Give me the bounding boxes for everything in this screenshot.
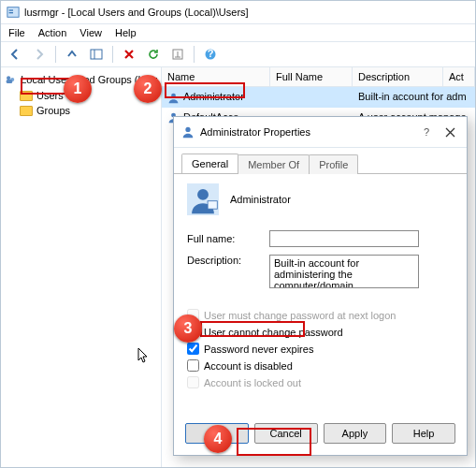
- menu-file[interactable]: File: [8, 27, 25, 38]
- menu-action[interactable]: Action: [38, 27, 67, 38]
- check-cannot-change-label: User cannot change password: [204, 327, 343, 338]
- checkbox-never-expires[interactable]: [187, 343, 199, 355]
- identity-name: Administrator: [230, 194, 291, 205]
- svg-rect-1: [9, 9, 13, 10]
- menu-help[interactable]: Help: [115, 27, 137, 38]
- tab-profile[interactable]: Profile: [309, 154, 358, 174]
- apply-button[interactable]: Apply: [324, 423, 387, 444]
- check-account-locked-label: Account is locked out: [204, 377, 301, 388]
- refresh-button[interactable]: [143, 44, 164, 65]
- delete-button[interactable]: [119, 44, 139, 65]
- toolbar-divider: [112, 46, 113, 63]
- tab-member-of[interactable]: Member Of: [238, 154, 310, 174]
- cursor-icon: [137, 347, 151, 364]
- user-icon: [181, 125, 195, 139]
- toolbar-divider: [55, 46, 56, 63]
- tree-item-groups[interactable]: Groups: [3, 103, 159, 118]
- annotation-4: 4: [204, 425, 232, 453]
- col-fullname[interactable]: Full Name: [270, 67, 353, 86]
- svg-point-13: [185, 127, 190, 132]
- row-fullname: [270, 89, 353, 106]
- fullname-input[interactable]: [269, 230, 419, 247]
- col-name[interactable]: Name: [162, 67, 270, 86]
- export-button[interactable]: [167, 44, 188, 65]
- check-never-expires[interactable]: Password never expires: [187, 343, 454, 355]
- identity-row: Administrator: [187, 183, 454, 215]
- annotation-1: 1: [64, 75, 92, 103]
- description-input[interactable]: Built-in account for administering the c…: [269, 255, 419, 288]
- checkbox-account-disabled[interactable]: [187, 359, 199, 372]
- tree-users-label: Users: [36, 90, 64, 101]
- help-button[interactable]: ?: [200, 44, 221, 65]
- dialog-title: Administrator Properties: [200, 126, 310, 138]
- folder-icon: [20, 106, 33, 116]
- cancel-button[interactable]: Cancel: [254, 423, 318, 444]
- tab-strip: General Member Of Profile: [174, 148, 467, 174]
- svg-point-11: [171, 93, 176, 97]
- toolbar-divider: [194, 46, 195, 63]
- nav-tree: Local Users and Groups (Local) Users Gro…: [1, 67, 162, 467]
- dialog-titlebar: Administrator Properties ?: [174, 117, 467, 148]
- check-account-disabled-label: Account is disabled: [204, 360, 293, 372]
- menu-bar: File Action View Help: [1, 24, 475, 42]
- svg-rect-10: [7, 80, 13, 83]
- window-title: lusrmgr - [Local Users and Groups (Local…: [24, 7, 249, 18]
- check-must-change-label: User must change password at next logon: [204, 310, 396, 321]
- svg-point-15: [197, 189, 209, 200]
- list-row-administrator[interactable]: Administrator Built-in account for adm: [162, 87, 475, 108]
- users-groups-icon: [5, 73, 17, 86]
- svg-rect-3: [91, 50, 102, 59]
- fullname-field: Full name:: [187, 230, 454, 247]
- user-icon: [167, 92, 180, 104]
- svg-rect-2: [9, 12, 13, 13]
- svg-rect-16: [208, 201, 217, 210]
- check-account-disabled[interactable]: Account is disabled: [187, 359, 454, 372]
- avatar-icon: [187, 183, 219, 215]
- checkbox-account-locked: [187, 376, 199, 388]
- window-split-icon[interactable]: [86, 44, 107, 65]
- annotation-3: 3: [174, 314, 202, 343]
- list-header: Name Full Name Description Act: [162, 67, 475, 87]
- toolbar: ?: [1, 42, 475, 67]
- tree-groups-label: Groups: [36, 105, 70, 116]
- properties-dialog: Administrator Properties ? General Membe…: [173, 116, 468, 456]
- tab-general[interactable]: General: [181, 154, 238, 173]
- col-description[interactable]: Description: [353, 67, 443, 86]
- fullname-label: Full name:: [187, 233, 262, 244]
- app-icon: [7, 6, 20, 19]
- menu-view[interactable]: View: [79, 27, 102, 38]
- check-account-locked: Account is locked out: [187, 376, 454, 388]
- svg-text:?: ?: [208, 48, 214, 59]
- help-button[interactable]: Help: [392, 423, 455, 444]
- row-name: Administrator: [183, 91, 244, 102]
- annotation-2: 2: [134, 75, 162, 103]
- back-button[interactable]: [5, 44, 25, 65]
- svg-point-8: [7, 76, 10, 80]
- folder-icon: [20, 91, 33, 101]
- close-button[interactable]: [440, 123, 459, 141]
- forward-button[interactable]: [29, 44, 50, 65]
- help-icon[interactable]: ?: [424, 126, 429, 138]
- up-button[interactable]: [62, 44, 82, 65]
- description-label: Description:: [187, 255, 262, 266]
- check-must-change: User must change password at next logon: [187, 309, 454, 321]
- check-cannot-change[interactable]: User cannot change password: [187, 326, 454, 338]
- row-desc: Built-in account for adm: [353, 89, 475, 106]
- col-actions[interactable]: Act: [443, 67, 475, 86]
- title-bar: lusrmgr - [Local Users and Groups (Local…: [1, 1, 475, 24]
- description-field: Description: Built-in account for admini…: [187, 255, 454, 288]
- check-never-expires-label: Password never expires: [204, 344, 313, 355]
